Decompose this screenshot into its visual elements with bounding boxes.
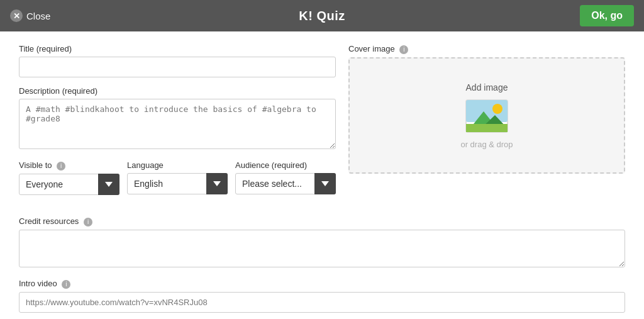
- audience-group: Audience (required) Please select... Stu…: [235, 160, 336, 195]
- title-label: Title (required): [19, 44, 336, 53]
- visible-to-select-wrapper: Everyone Only me My team: [19, 174, 119, 195]
- credit-label: Credit resources i: [19, 216, 625, 227]
- visible-to-group: Visible to i Everyone Only me My team: [19, 160, 119, 195]
- credit-group: Credit resources i: [19, 216, 625, 270]
- app-title: K! Quiz: [299, 9, 345, 23]
- svg-point-2: [492, 104, 502, 114]
- header: ✕ Close K! Quiz Ok, go: [0, 0, 644, 31]
- close-icon: ✕: [10, 9, 23, 22]
- title-input[interactable]: [19, 57, 336, 77]
- visible-to-label: Visible to i: [19, 160, 119, 171]
- add-image-label: Add image: [466, 82, 508, 92]
- ok-button[interactable]: Ok, go: [580, 5, 634, 26]
- audience-label: Audience (required): [235, 160, 336, 170]
- cover-image-label: Cover image i: [348, 44, 625, 54]
- cover-image-dropzone[interactable]: Add image or drag & drop: [348, 57, 625, 174]
- title-group: Title (required): [19, 44, 336, 77]
- bottom-section: Credit resources i Intro video i: [0, 216, 644, 319]
- audience-select-wrapper: Please select... Students Teachers Adult…: [235, 173, 336, 194]
- intro-video-label: Intro video i: [19, 279, 625, 289]
- close-button[interactable]: ✕ Close: [10, 9, 50, 22]
- dropdowns-row: Visible to i Everyone Only me My team La…: [19, 160, 336, 195]
- credit-textarea[interactable]: [19, 230, 625, 267]
- audience-select[interactable]: Please select... Students Teachers Adult…: [235, 173, 336, 194]
- drag-drop-label: or drag & drop: [460, 140, 513, 149]
- description-group: Description (required): [19, 86, 336, 152]
- intro-video-input[interactable]: [19, 292, 625, 313]
- cover-image-info-icon[interactable]: i: [399, 45, 408, 54]
- credit-info-icon[interactable]: i: [84, 218, 92, 227]
- cover-image-group: Cover image i Add image o: [348, 44, 625, 174]
- visible-to-info-icon[interactable]: i: [57, 162, 65, 171]
- close-label: Close: [26, 11, 50, 21]
- right-column: Cover image i Add image o: [348, 44, 625, 204]
- left-column: Title (required) Description (required) …: [19, 44, 336, 204]
- svg-rect-5: [466, 124, 508, 132]
- intro-video-group: Intro video i: [19, 279, 625, 313]
- description-input[interactable]: [19, 99, 336, 149]
- visible-to-select[interactable]: Everyone Only me My team: [19, 174, 119, 195]
- description-label: Description (required): [19, 86, 336, 96]
- language-label: Language: [127, 160, 228, 170]
- main-content: Title (required) Description (required) …: [0, 31, 644, 216]
- language-group: Language English Spanish French: [127, 160, 228, 195]
- intro-video-info-icon[interactable]: i: [62, 280, 70, 289]
- image-placeholder-icon: [465, 99, 509, 133]
- language-select[interactable]: English Spanish French: [127, 173, 228, 194]
- language-select-wrapper: English Spanish French: [127, 173, 228, 194]
